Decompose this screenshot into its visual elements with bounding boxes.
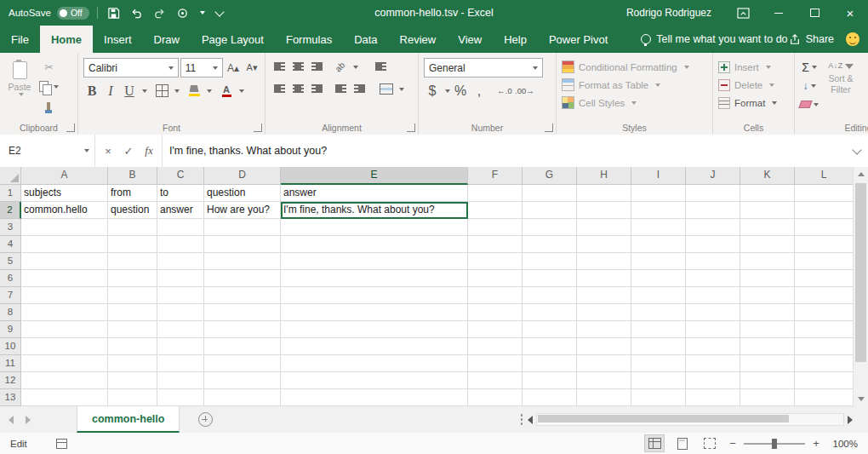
cell-A2[interactable]: common.hello — [21, 202, 108, 219]
shrink-font-button[interactable]: A▾ — [243, 59, 260, 77]
cell-B5[interactable] — [108, 253, 157, 270]
cell-K2[interactable] — [740, 202, 795, 219]
decrease-indent-button[interactable] — [332, 80, 349, 98]
cell-D4[interactable] — [204, 236, 281, 253]
name-box-dropdown-icon[interactable] — [84, 149, 89, 152]
row-header-10[interactable]: 10 — [0, 338, 21, 355]
cell-I8[interactable] — [631, 304, 686, 321]
save-button[interactable] — [106, 4, 123, 21]
cell-J10[interactable] — [686, 338, 740, 355]
cell-L5[interactable] — [795, 253, 854, 270]
cell-H10[interactable] — [577, 338, 631, 355]
cell-I1[interactable] — [631, 185, 686, 202]
row-header-3[interactable]: 3 — [0, 219, 21, 236]
cell-H2[interactable] — [577, 202, 631, 219]
cell-F4[interactable] — [468, 236, 523, 253]
cell-H5[interactable] — [577, 253, 631, 270]
tab-review[interactable]: Review — [389, 26, 448, 53]
fill-color-button[interactable] — [186, 82, 203, 100]
close-button[interactable]: × — [832, 0, 868, 26]
tab-file[interactable]: File — [0, 26, 40, 53]
vertical-scrollbar-thumb[interactable] — [855, 183, 866, 362]
cell-F13[interactable] — [468, 389, 523, 406]
cell-C7[interactable] — [157, 287, 204, 304]
cell-J4[interactable] — [686, 236, 740, 253]
zoom-percentage[interactable]: 100% — [827, 439, 858, 449]
expand-formula-bar-button[interactable] — [846, 135, 868, 167]
scroll-right-button[interactable] — [848, 416, 853, 424]
cell-D5[interactable] — [204, 253, 281, 270]
column-header-H[interactable]: H — [577, 167, 631, 185]
cell-G13[interactable] — [523, 389, 577, 406]
decrease-decimal-button[interactable]: .00→ — [515, 82, 534, 100]
cell-D1[interactable]: question — [204, 185, 281, 202]
cell-I10[interactable] — [631, 338, 686, 355]
row-header-4[interactable]: 4 — [0, 236, 21, 253]
cell-K8[interactable] — [740, 304, 795, 321]
paste-button[interactable]: Paste — [5, 58, 34, 118]
normal-view-button[interactable] — [644, 434, 665, 452]
cell-D13[interactable] — [204, 389, 281, 406]
cell-C5[interactable] — [157, 253, 204, 270]
cell-D3[interactable] — [204, 219, 281, 236]
cell-A8[interactable] — [21, 304, 108, 321]
tab-data[interactable]: Data — [343, 26, 388, 53]
column-header-E[interactable]: E — [281, 167, 468, 185]
tab-power-pivot[interactable]: Power Pivot — [538, 26, 619, 53]
column-header-I[interactable]: I — [631, 167, 686, 185]
name-box[interactable]: E2 — [0, 135, 95, 167]
cell-B2[interactable]: question — [108, 202, 157, 219]
cell-K3[interactable] — [740, 219, 795, 236]
page-layout-view-button[interactable] — [673, 435, 692, 451]
enter-entry-button[interactable]: ✓ — [119, 141, 138, 161]
cell-A1[interactable]: subjects — [21, 185, 108, 202]
cell-G2[interactable] — [523, 202, 577, 219]
cell-A10[interactable] — [21, 338, 108, 355]
cell-C6[interactable] — [157, 270, 204, 287]
column-header-K[interactable]: K — [740, 167, 795, 185]
cell-I12[interactable] — [631, 372, 686, 389]
middle-align-button[interactable] — [289, 58, 306, 76]
cell-G11[interactable] — [523, 355, 577, 372]
column-header-D[interactable]: D — [204, 167, 281, 185]
cell-L11[interactable] — [795, 355, 854, 372]
column-header-J[interactable]: J — [686, 167, 740, 185]
cell-J13[interactable] — [686, 389, 740, 406]
cell-C2[interactable]: answer — [157, 202, 204, 219]
cut-button[interactable]: ✂ — [39, 58, 59, 76]
cell-B10[interactable] — [108, 338, 157, 355]
cell-C1[interactable]: to — [157, 185, 204, 202]
cell-F5[interactable] — [468, 253, 523, 270]
copy-button[interactable] — [39, 78, 59, 95]
zoom-slider[interactable] — [744, 443, 805, 445]
row-header-1[interactable]: 1 — [0, 185, 21, 202]
align-right-button[interactable] — [308, 80, 325, 98]
column-header-L[interactable]: L — [795, 167, 854, 185]
accounting-format-button[interactable]: $ — [424, 82, 441, 100]
sort-filter-button[interactable]: A↓Z Sort & Filter — [822, 58, 859, 118]
format-as-table-button[interactable]: Format as Table — [562, 76, 708, 94]
vertical-scrollbar[interactable] — [853, 167, 868, 406]
cell-G6[interactable] — [523, 270, 577, 287]
cell-K12[interactable] — [740, 372, 795, 389]
insert-cells-button[interactable]: Insert — [718, 58, 790, 76]
cell-F2[interactable] — [468, 202, 523, 219]
cell-K9[interactable] — [740, 321, 795, 338]
zoom-slider-thumb[interactable] — [772, 439, 777, 449]
cell-L10[interactable] — [795, 338, 854, 355]
zoom-in-button[interactable]: + — [811, 437, 821, 450]
tab-home[interactable]: Home — [40, 26, 93, 53]
column-header-B[interactable]: B — [108, 167, 157, 185]
format-cells-button[interactable]: Format — [718, 94, 790, 112]
cell-K1[interactable] — [740, 185, 795, 202]
cell-B12[interactable] — [108, 372, 157, 389]
cell-G10[interactable] — [523, 338, 577, 355]
cell-I9[interactable] — [631, 321, 686, 338]
cell-C12[interactable] — [157, 372, 204, 389]
cell-K11[interactable] — [740, 355, 795, 372]
cell-H9[interactable] — [577, 321, 631, 338]
autosave-toggle[interactable]: Off — [57, 7, 89, 20]
cell-E5[interactable] — [281, 253, 468, 270]
increase-decimal-button[interactable]: ←.0 — [496, 82, 513, 100]
cell-E3[interactable] — [281, 219, 468, 236]
